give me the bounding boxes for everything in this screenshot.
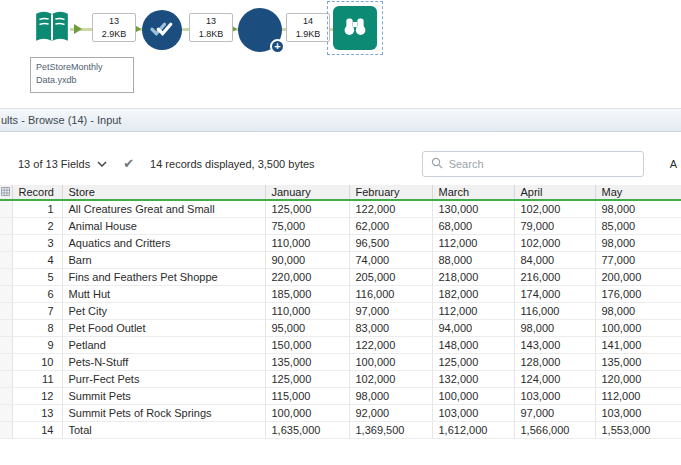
data-cell[interactable]: Purr-Fect Pets: [62, 370, 265, 387]
data-cell[interactable]: 141,000: [595, 336, 681, 353]
data-cell[interactable]: 115,000: [265, 387, 349, 404]
data-cell[interactable]: 205,000: [349, 268, 432, 285]
row-gutter[interactable]: [0, 268, 12, 285]
record-number-cell[interactable]: 4: [12, 251, 62, 268]
data-cell[interactable]: 102,000: [349, 370, 432, 387]
data-cell[interactable]: Summit Pets of Rock Springs: [62, 404, 265, 421]
apply-check-icon[interactable]: ✔: [123, 156, 134, 171]
data-cell[interactable]: Total: [62, 421, 265, 438]
input-data-tool[interactable]: [32, 7, 72, 47]
data-cell[interactable]: 98,000: [595, 302, 681, 319]
data-cell[interactable]: Pet City: [62, 302, 265, 319]
data-cell[interactable]: Animal House: [62, 217, 265, 234]
row-gutter[interactable]: [0, 404, 12, 421]
data-cell[interactable]: All Creatures Great and Small: [62, 200, 265, 217]
search-box[interactable]: [422, 151, 644, 177]
data-cell[interactable]: 135,000: [265, 353, 349, 370]
row-gutter[interactable]: [0, 387, 12, 404]
row-gutter[interactable]: [0, 234, 12, 251]
record-number-cell[interactable]: 12: [12, 387, 62, 404]
record-number-cell[interactable]: 1: [12, 200, 62, 217]
data-cell[interactable]: 185,000: [265, 285, 349, 302]
data-cell[interactable]: 132,000: [432, 370, 514, 387]
row-gutter[interactable]: [0, 319, 12, 336]
data-cell[interactable]: 150,000: [265, 336, 349, 353]
data-cell[interactable]: 122,000: [349, 200, 432, 217]
data-cell[interactable]: 83,000: [349, 319, 432, 336]
corner-grid-icon[interactable]: [0, 185, 12, 200]
data-cell[interactable]: 124,000: [514, 370, 595, 387]
row-gutter[interactable]: [0, 353, 12, 370]
data-cell[interactable]: 116,000: [514, 302, 595, 319]
data-cell[interactable]: 176,000: [595, 285, 681, 302]
column-header-store[interactable]: Store: [62, 185, 265, 200]
connection-label[interactable]: 13 1.8KB: [189, 13, 233, 42]
data-cell[interactable]: 85,000: [595, 217, 681, 234]
data-cell[interactable]: 112,000: [595, 387, 681, 404]
row-gutter[interactable]: [0, 200, 12, 217]
record-number-cell[interactable]: 5: [12, 268, 62, 285]
data-cell[interactable]: 68,000: [432, 217, 514, 234]
data-cell[interactable]: 1,369,500: [349, 421, 432, 438]
data-cell[interactable]: 100,000: [349, 353, 432, 370]
data-cell[interactable]: 62,000: [349, 217, 432, 234]
row-gutter[interactable]: [0, 336, 12, 353]
data-cell[interactable]: 143,000: [514, 336, 595, 353]
data-cell[interactable]: 130,000: [432, 200, 514, 217]
column-header-april[interactable]: April: [514, 185, 595, 200]
record-number-cell[interactable]: 6: [12, 285, 62, 302]
data-cell[interactable]: 102,000: [514, 200, 595, 217]
tool-annotation[interactable]: PetStoreMonthly Data.yxdb: [30, 57, 134, 93]
select-tool[interactable]: [142, 10, 182, 50]
data-cell[interactable]: Pet Food Outlet: [62, 319, 265, 336]
fields-dropdown[interactable]: 13 of 13 Fields: [18, 158, 90, 170]
data-cell[interactable]: 1,566,000: [514, 421, 595, 438]
data-cell[interactable]: 135,000: [595, 353, 681, 370]
data-cell[interactable]: 77,000: [595, 251, 681, 268]
data-cell[interactable]: 120,000: [595, 370, 681, 387]
data-cell[interactable]: Petland: [62, 336, 265, 353]
data-cell[interactable]: 174,000: [514, 285, 595, 302]
data-cell[interactable]: 128,000: [514, 353, 595, 370]
column-header-record[interactable]: Record: [12, 185, 62, 200]
data-cell[interactable]: 79,000: [514, 217, 595, 234]
record-number-cell[interactable]: 3: [12, 234, 62, 251]
browse-tool[interactable]: [333, 6, 377, 50]
data-cell[interactable]: 88,000: [432, 251, 514, 268]
data-cell[interactable]: Barn: [62, 251, 265, 268]
data-cell[interactable]: 125,000: [432, 353, 514, 370]
record-number-cell[interactable]: 14: [12, 421, 62, 438]
data-cell[interactable]: 84,000: [514, 251, 595, 268]
data-cell[interactable]: 75,000: [265, 217, 349, 234]
column-header-march[interactable]: March: [432, 185, 514, 200]
record-number-cell[interactable]: 10: [12, 353, 62, 370]
row-gutter[interactable]: [0, 302, 12, 319]
data-cell[interactable]: 100,000: [265, 404, 349, 421]
workflow-canvas[interactable]: 13 2.9KB 13 1.8KB + 14 1.9KB: [0, 0, 681, 108]
data-cell[interactable]: 97,000: [349, 302, 432, 319]
data-cell[interactable]: 1,635,000: [265, 421, 349, 438]
data-cell[interactable]: 116,000: [349, 285, 432, 302]
data-cell[interactable]: 182,000: [432, 285, 514, 302]
record-number-cell[interactable]: 7: [12, 302, 62, 319]
data-cell[interactable]: Summit Pets: [62, 387, 265, 404]
row-gutter[interactable]: [0, 217, 12, 234]
data-cell[interactable]: 98,000: [595, 234, 681, 251]
data-cell[interactable]: 90,000: [265, 251, 349, 268]
data-cell[interactable]: 218,000: [432, 268, 514, 285]
data-cell[interactable]: 216,000: [514, 268, 595, 285]
actions-label-clipped[interactable]: A: [670, 158, 677, 170]
data-cell[interactable]: 92,000: [349, 404, 432, 421]
data-cell[interactable]: 112,000: [432, 234, 514, 251]
record-number-cell[interactable]: 13: [12, 404, 62, 421]
record-number-cell[interactable]: 9: [12, 336, 62, 353]
record-number-cell[interactable]: 11: [12, 370, 62, 387]
data-cell[interactable]: 94,000: [432, 319, 514, 336]
chevron-down-icon[interactable]: [97, 161, 107, 167]
data-cell[interactable]: 110,000: [265, 234, 349, 251]
data-cell[interactable]: 98,000: [349, 387, 432, 404]
data-cell[interactable]: Mutt Hut: [62, 285, 265, 302]
data-cell[interactable]: 220,000: [265, 268, 349, 285]
column-header-january[interactable]: January: [265, 185, 349, 200]
data-cell[interactable]: 102,000: [514, 234, 595, 251]
